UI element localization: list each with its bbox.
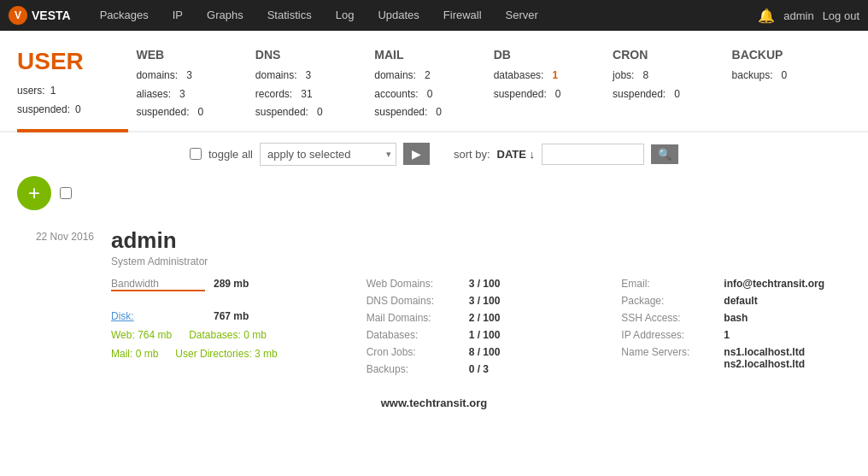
web-domains-stat-value: 3 / 100 xyxy=(469,278,501,290)
ns-stat: Name Servers: ns1.localhost.ltd ns2.loca… xyxy=(621,346,851,370)
backup-backups-value: 0 xyxy=(782,67,788,85)
cron-suspended-value: 0 xyxy=(674,85,680,104)
add-button-row: + xyxy=(17,176,851,210)
user-dir-disk: User Directories: 3 mb xyxy=(175,348,277,360)
ssh-stat: SSH Access: bash xyxy=(621,312,851,324)
apply-select-wrapper: apply to selected xyxy=(260,143,396,166)
db-title: DB xyxy=(494,48,595,62)
db-databases-value: 1 xyxy=(552,67,558,85)
web-disk: Web: 764 mb xyxy=(111,329,172,341)
logo[interactable]: VESTA xyxy=(9,6,71,25)
nav-statistics[interactable]: Statistics xyxy=(255,0,324,31)
backups-stat-value: 0 / 3 xyxy=(469,363,489,375)
mail-domains-stat-label: Mail Domains: xyxy=(367,312,460,324)
web-domains-stat-label: Web Domains: xyxy=(367,278,460,290)
apply-button[interactable]: ▶ xyxy=(403,143,430,165)
nav-firewall[interactable]: Firewall xyxy=(431,0,494,31)
ip-stat-label: IP Addresses: xyxy=(621,329,715,341)
web-domains-label: domains: xyxy=(136,67,178,85)
tab-bar xyxy=(0,131,868,132)
backups-stat-label: Backups: xyxy=(367,363,460,375)
mail-suspended-label: suspended: xyxy=(374,103,427,122)
email-stat-label: Email: xyxy=(621,278,715,290)
user-suspended-label: suspended: xyxy=(17,101,70,120)
ns-values: ns1.localhost.ltd ns2.localhost.ltd xyxy=(724,346,805,370)
email-stat-value: info@techtransit.org xyxy=(724,278,824,290)
nav-server[interactable]: Server xyxy=(494,0,550,31)
active-tab-indicator xyxy=(17,129,128,132)
stat-group-1: Bandwidth 289 mb Disk: 767 mb Web: 764 m… xyxy=(111,278,341,375)
apply-to-selected-dropdown[interactable]: apply to selected xyxy=(260,143,396,166)
db-suspended-value: 0 xyxy=(555,85,561,104)
dns-records-label: records: xyxy=(255,85,292,104)
logout-link[interactable]: Log out xyxy=(823,9,859,22)
toolbar-left: toggle all apply to selected ▶ sort by: … xyxy=(190,143,678,166)
nav-user-area: 🔔 admin Log out xyxy=(758,8,859,24)
mail-accounts-value: 0 xyxy=(427,85,433,104)
dns-domains-stat: DNS Domains: 3 / 100 xyxy=(367,295,596,307)
dns-title: DNS xyxy=(255,48,357,62)
search-button[interactable]: 🔍 xyxy=(651,144,678,164)
disk-label[interactable]: Disk: xyxy=(111,310,205,322)
package-stat-value: default xyxy=(724,295,757,307)
nav-graphs[interactable]: Graphs xyxy=(195,0,255,31)
username-label: admin xyxy=(783,9,813,22)
cron-stat-value: 8 / 100 xyxy=(469,346,501,358)
web-suspended-value: 0 xyxy=(197,103,203,122)
mail-domains-stat-value: 2 / 100 xyxy=(469,312,501,324)
user-section-title: USER xyxy=(17,48,119,75)
toggle-all-checkbox[interactable] xyxy=(190,148,202,160)
user-role: System Administrator xyxy=(111,256,851,267)
sort-label: sort by: xyxy=(454,148,490,161)
ip-stat: IP Addresses: 1 xyxy=(621,329,851,341)
mail-domains-stat: Mail Domains: 2 / 100 xyxy=(367,312,596,324)
summary-user: USER users: 1 suspended: 0 xyxy=(17,48,136,122)
summary-dns: DNS domains:3 records:31 suspended:0 xyxy=(255,48,374,122)
bandwidth-value: 289 mb xyxy=(214,278,249,291)
search-input[interactable] xyxy=(542,144,644,165)
disk-value: 767 mb xyxy=(214,310,249,322)
cron-stat-label: Cron Jobs: xyxy=(367,346,460,358)
nav-ip[interactable]: IP xyxy=(161,0,195,31)
web-suspended-label: suspended: xyxy=(136,103,189,122)
user-name[interactable]: admin xyxy=(111,227,851,254)
cron-title: CRON xyxy=(613,48,714,62)
toolbar: toggle all apply to selected ▶ sort by: … xyxy=(0,132,868,176)
cron-stat: Cron Jobs: 8 / 100 xyxy=(367,346,596,358)
ssh-stat-value: bash xyxy=(724,312,748,324)
footer-text: www.techtransit.org xyxy=(381,397,487,409)
web-domains-stat: Web Domains: 3 / 100 xyxy=(367,278,596,290)
mail-domains-value: 2 xyxy=(425,67,431,85)
cron-jobs-value: 8 xyxy=(642,67,648,85)
bell-icon[interactable]: 🔔 xyxy=(758,8,775,24)
summary-cron: CRON jobs:8 suspended:0 xyxy=(613,48,731,122)
mail-title: MAIL xyxy=(374,48,476,62)
user-list: + 22 Nov 2016 admin System Administrator… xyxy=(0,176,868,384)
ns1-value: ns1.localhost.ltd xyxy=(724,346,805,358)
dns-domains-stat-value: 3 / 100 xyxy=(469,295,501,307)
user-info: admin System Administrator Bandwidth 289… xyxy=(111,227,851,375)
bandwidth-label: Bandwidth xyxy=(111,278,205,291)
user-row-checkbox[interactable] xyxy=(60,187,72,199)
summary-web: WEB domains:3 aliases:3 suspended:0 xyxy=(136,48,255,122)
nav-log[interactable]: Log xyxy=(324,0,367,31)
db-disk: Databases: 0 mb xyxy=(189,329,267,341)
bandwidth-stat: Bandwidth 289 mb xyxy=(111,278,341,291)
mail-domains-label: domains: xyxy=(374,67,416,85)
add-user-button[interactable]: + xyxy=(17,176,51,210)
web-title: WEB xyxy=(136,48,238,62)
nav-packages[interactable]: Packages xyxy=(88,0,161,31)
nav-updates[interactable]: Updates xyxy=(366,0,431,31)
cron-suspended-label: suspended: xyxy=(613,85,666,104)
dns-suspended-label: suspended: xyxy=(255,103,308,122)
dns-domains-stat-label: DNS Domains: xyxy=(367,295,460,307)
dns-records-value: 31 xyxy=(301,85,312,104)
dns-domains-value: 3 xyxy=(306,67,312,85)
summary-mail: MAIL domains:2 accounts:0 suspended:0 xyxy=(374,48,493,122)
backup-title: BACKUP xyxy=(732,48,834,62)
cron-jobs-label: jobs: xyxy=(613,67,634,85)
user-card: 22 Nov 2016 admin System Administrator B… xyxy=(17,219,851,384)
disk-substats-2: Mail: 0 mb User Directories: 3 mb xyxy=(111,348,341,360)
db-suspended-label: suspended: xyxy=(494,85,547,104)
package-stat: Package: default xyxy=(621,295,851,307)
